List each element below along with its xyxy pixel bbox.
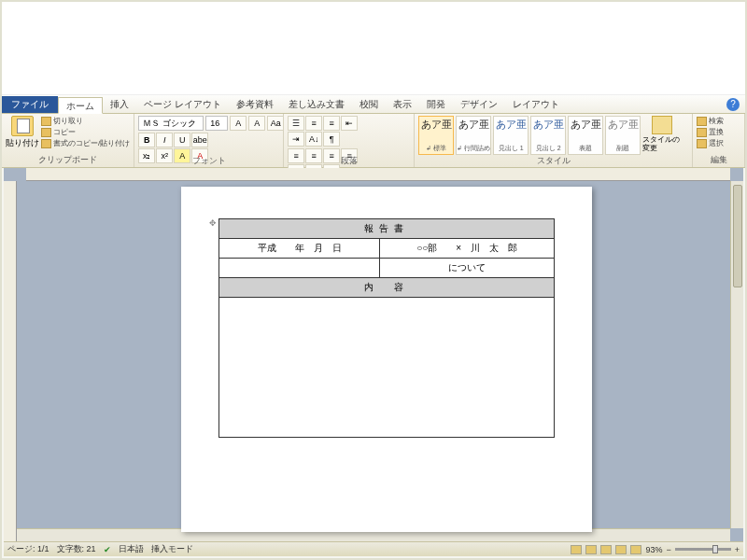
zoom-slider-knob[interactable] xyxy=(712,545,718,553)
tab-review[interactable]: 校閲 xyxy=(352,96,386,113)
tab-page-layout[interactable]: ページ レイアウト xyxy=(136,96,229,113)
tab-file[interactable]: ファイル xyxy=(2,96,58,113)
tab-view[interactable]: 表示 xyxy=(386,96,419,113)
content-header-cell[interactable]: 内 容 xyxy=(219,278,555,298)
format-painter-button[interactable]: 書式のコピー/貼り付け xyxy=(41,138,130,148)
status-page[interactable]: ページ: 1/1 xyxy=(7,543,49,555)
select-button[interactable]: 選択 xyxy=(697,138,724,148)
style-heading2[interactable]: あア亜見出し 2 xyxy=(530,116,566,155)
status-bar: ページ: 1/1 文字数: 21 ✔ 日本語 挿入モード 93% − + xyxy=(4,541,743,556)
content-body-cell[interactable] xyxy=(219,298,555,438)
group-styles-label: スタイル xyxy=(418,155,688,168)
replace-icon xyxy=(697,128,707,137)
tab-developer[interactable]: 開発 xyxy=(419,96,453,113)
zoom-out-button[interactable]: − xyxy=(666,545,670,554)
tab-layout[interactable]: レイアウト xyxy=(505,96,567,113)
ribbon-tabs: ファイル ホーム 挿入 ページ レイアウト 参考資料 差し込み文書 校閲 表示 … xyxy=(2,95,745,114)
numbering-button[interactable]: ≡ xyxy=(305,116,322,131)
group-font: ＭＳ ゴシック 16 A A Aa B I U abe x₂ x² A A フォ xyxy=(134,114,284,167)
italic-button[interactable]: I xyxy=(156,133,173,147)
view-outline-icon[interactable] xyxy=(615,545,627,554)
paste-icon xyxy=(11,116,34,136)
tab-insert[interactable]: 挿入 xyxy=(103,96,136,113)
find-button[interactable]: 検索 xyxy=(697,116,724,126)
status-insert-mode[interactable]: 挿入モード xyxy=(151,543,193,555)
select-icon xyxy=(697,139,707,148)
group-styles: あア亜↲ 標準 あア亜↲ 行間詰め あア亜見出し 1 あア亜見出し 2 あア亜表… xyxy=(415,114,693,167)
increase-indent-button[interactable]: ⇥ xyxy=(288,132,304,147)
style-heading1[interactable]: あア亜見出し 1 xyxy=(493,116,529,155)
scissors-icon xyxy=(41,117,51,126)
document-page[interactable]: ✥ 報告書 平成 年 月 日 ○○部 × 川 太 郎 について 内 容 xyxy=(181,187,592,532)
copy-icon xyxy=(41,128,51,137)
view-full-screen-icon[interactable] xyxy=(585,545,597,554)
paste-button[interactable]: 貼り付け xyxy=(6,116,39,149)
grow-font-button[interactable]: A xyxy=(230,116,247,131)
decrease-indent-button[interactable]: ⇤ xyxy=(341,116,358,131)
change-case-button[interactable]: Aa xyxy=(267,116,284,131)
font-size-combo[interactable]: 16 xyxy=(205,116,228,131)
vertical-ruler[interactable] xyxy=(4,181,17,541)
document-area: ✥ 報告書 平成 年 月 日 ○○部 × 川 太 郎 について 内 容 xyxy=(4,168,743,541)
help-icon[interactable]: ? xyxy=(726,98,740,111)
bold-button[interactable]: B xyxy=(138,133,155,147)
group-editing-label: 編集 xyxy=(697,154,740,167)
tab-home[interactable]: ホーム xyxy=(58,97,103,114)
scrollbar-thumb[interactable] xyxy=(733,185,742,287)
view-draft-icon[interactable] xyxy=(630,545,641,554)
status-word-count[interactable]: 文字数: 21 xyxy=(57,543,96,555)
style-subtitle[interactable]: あア亜副題 xyxy=(605,116,641,155)
author-cell[interactable]: ○○部 × 川 太 郎 xyxy=(380,239,555,259)
brush-icon xyxy=(41,139,51,148)
underline-button[interactable]: U xyxy=(174,133,190,147)
zoom-in-button[interactable]: + xyxy=(735,545,740,554)
shrink-font-button[interactable]: A xyxy=(248,116,265,131)
horizontal-ruler[interactable] xyxy=(26,168,730,181)
cut-button[interactable]: 切り取り xyxy=(41,116,130,126)
group-paragraph: ☰ ≡ ≡ ⇤ ⇥ A↓ ¶ ≡ ≡ ≡ ≡ ‡ ▦ 田 段 xyxy=(284,114,415,167)
group-font-label: フォント xyxy=(138,155,279,168)
status-proofing-icon[interactable]: ✔ xyxy=(104,545,111,554)
status-language[interactable]: 日本語 xyxy=(119,543,144,555)
strike-button[interactable]: abe xyxy=(191,133,208,147)
subject-cell[interactable]: について xyxy=(380,259,555,278)
subject-blank-cell[interactable] xyxy=(219,259,380,278)
report-table[interactable]: 報告書 平成 年 月 日 ○○部 × 川 太 郎 について 内 容 xyxy=(218,218,555,438)
multilevel-button[interactable]: ≡ xyxy=(323,116,340,131)
find-icon xyxy=(697,117,707,126)
change-styles-icon xyxy=(652,116,672,134)
paste-label: 貼り付け xyxy=(6,137,39,149)
tab-references[interactable]: 参考資料 xyxy=(229,96,281,113)
zoom-slider[interactable] xyxy=(675,548,731,551)
group-clipboard: 貼り付け 切り取り コピー 書式のコピー/貼り付け クリップボード xyxy=(2,114,134,167)
tab-mailings[interactable]: 差し込み文書 xyxy=(281,96,352,113)
group-clipboard-label: クリップボード xyxy=(6,154,130,167)
bullets-button[interactable]: ☰ xyxy=(288,116,304,131)
report-title-cell[interactable]: 報告書 xyxy=(219,219,555,239)
copy-button[interactable]: コピー xyxy=(41,127,130,137)
show-marks-button[interactable]: ¶ xyxy=(323,132,340,147)
replace-button[interactable]: 置換 xyxy=(697,127,724,137)
font-name-combo[interactable]: ＭＳ ゴシック xyxy=(138,116,204,131)
date-cell[interactable]: 平成 年 月 日 xyxy=(219,239,380,259)
zoom-level[interactable]: 93% xyxy=(645,545,662,554)
tab-design[interactable]: デザイン xyxy=(453,96,505,113)
window-titlebar-blank xyxy=(2,2,745,95)
style-no-spacing[interactable]: あア亜↲ 行間詰め xyxy=(456,116,491,155)
vertical-scrollbar[interactable] xyxy=(730,181,743,528)
style-title[interactable]: あア亜表題 xyxy=(568,116,603,155)
view-web-layout-icon[interactable] xyxy=(600,545,612,554)
change-styles-button[interactable]: スタイルの変更 xyxy=(642,116,682,152)
group-paragraph-label: 段落 xyxy=(288,155,410,168)
view-print-layout-icon[interactable] xyxy=(571,545,582,554)
group-editing: 検索 置換 選択 編集 xyxy=(693,114,745,167)
style-normal[interactable]: あア亜↲ 標準 xyxy=(418,116,454,155)
sort-button[interactable]: A↓ xyxy=(305,132,322,147)
table-anchor-icon[interactable]: ✥ xyxy=(209,218,217,228)
ribbon: 貼り付け 切り取り コピー 書式のコピー/貼り付け クリップボード ＭＳ ゴシッ… xyxy=(2,114,745,168)
